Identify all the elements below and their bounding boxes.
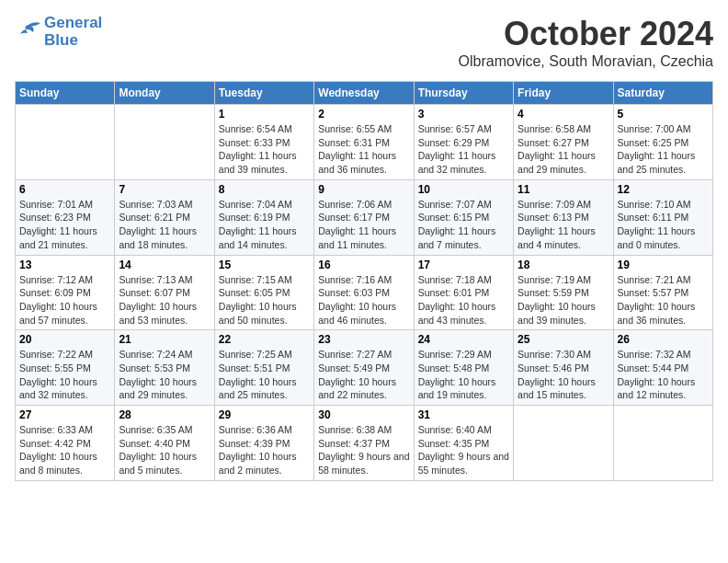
calendar-cell: 11Sunrise: 7:09 AM Sunset: 6:13 PM Dayli… bbox=[514, 179, 613, 255]
day-number: 24 bbox=[418, 333, 509, 346]
day-number: 30 bbox=[318, 408, 409, 421]
weekday-tuesday: Tuesday bbox=[214, 82, 313, 105]
calendar-cell: 25Sunrise: 7:30 AM Sunset: 5:46 PM Dayli… bbox=[514, 330, 613, 406]
day-number: 19 bbox=[618, 259, 709, 271]
weekday-monday: Monday bbox=[115, 82, 214, 105]
location-title: Olbramovice, South Moravian, Czechia bbox=[459, 53, 713, 70]
day-info: Sunrise: 7:19 AM Sunset: 5:59 PM Dayligh… bbox=[518, 273, 609, 327]
calendar-week-5: 27Sunrise: 6:33 AM Sunset: 4:42 PM Dayli… bbox=[16, 406, 713, 481]
day-number: 4 bbox=[518, 108, 609, 121]
day-info: Sunrise: 7:25 AM Sunset: 5:51 PM Dayligh… bbox=[219, 348, 310, 402]
calendar-week-2: 6Sunrise: 7:01 AM Sunset: 6:23 PM Daylig… bbox=[16, 179, 713, 255]
logo-blue: Blue bbox=[44, 32, 102, 50]
day-info: Sunrise: 7:21 AM Sunset: 5:57 PM Dayligh… bbox=[618, 273, 709, 327]
day-number: 13 bbox=[19, 259, 110, 271]
day-info: Sunrise: 7:07 AM Sunset: 6:15 PM Dayligh… bbox=[418, 198, 509, 252]
day-info: Sunrise: 7:06 AM Sunset: 6:17 PM Dayligh… bbox=[318, 198, 409, 252]
calendar-week-4: 20Sunrise: 7:22 AM Sunset: 5:55 PM Dayli… bbox=[16, 330, 713, 406]
calendar-cell: 21Sunrise: 7:24 AM Sunset: 5:53 PM Dayli… bbox=[115, 330, 214, 406]
calendar-cell: 23Sunrise: 7:27 AM Sunset: 5:49 PM Dayli… bbox=[314, 330, 414, 406]
calendar-table: SundayMondayTuesdayWednesdayThursdayFrid… bbox=[15, 81, 713, 481]
day-info: Sunrise: 6:57 AM Sunset: 6:29 PM Dayligh… bbox=[418, 122, 509, 177]
day-info: Sunrise: 7:10 AM Sunset: 6:11 PM Dayligh… bbox=[618, 198, 709, 252]
calendar-cell: 26Sunrise: 7:32 AM Sunset: 5:44 PM Dayli… bbox=[613, 330, 712, 406]
day-info: Sunrise: 6:33 AM Sunset: 4:42 PM Dayligh… bbox=[19, 423, 110, 477]
day-number: 15 bbox=[219, 259, 310, 271]
day-info: Sunrise: 6:40 AM Sunset: 4:35 PM Dayligh… bbox=[418, 423, 509, 477]
day-info: Sunrise: 7:00 AM Sunset: 6:25 PM Dayligh… bbox=[618, 122, 709, 177]
calendar-cell: 13Sunrise: 7:12 AM Sunset: 6:09 PM Dayli… bbox=[16, 255, 115, 330]
calendar-cell: 7Sunrise: 7:03 AM Sunset: 6:21 PM Daylig… bbox=[115, 179, 214, 255]
day-number: 10 bbox=[418, 183, 509, 196]
weekday-sunday: Sunday bbox=[16, 82, 115, 105]
calendar-week-3: 13Sunrise: 7:12 AM Sunset: 6:09 PM Dayli… bbox=[16, 255, 713, 330]
day-number: 31 bbox=[418, 408, 509, 421]
calendar-cell: 2Sunrise: 6:55 AM Sunset: 6:31 PM Daylig… bbox=[314, 105, 414, 180]
calendar-cell: 5Sunrise: 7:00 AM Sunset: 6:25 PM Daylig… bbox=[613, 105, 712, 180]
day-number: 27 bbox=[19, 408, 110, 421]
day-info: Sunrise: 6:35 AM Sunset: 4:40 PM Dayligh… bbox=[119, 423, 210, 477]
day-info: Sunrise: 7:13 AM Sunset: 6:07 PM Dayligh… bbox=[119, 273, 210, 327]
day-number: 22 bbox=[219, 333, 310, 346]
weekday-thursday: Thursday bbox=[414, 82, 513, 105]
day-number: 28 bbox=[119, 408, 210, 421]
calendar-week-1: 1Sunrise: 6:54 AM Sunset: 6:33 PM Daylig… bbox=[16, 105, 713, 180]
calendar-cell bbox=[514, 406, 613, 481]
calendar-cell: 10Sunrise: 7:07 AM Sunset: 6:15 PM Dayli… bbox=[414, 179, 513, 255]
calendar-cell: 15Sunrise: 7:15 AM Sunset: 6:05 PM Dayli… bbox=[214, 255, 313, 330]
day-number: 11 bbox=[518, 183, 609, 196]
calendar-cell: 31Sunrise: 6:40 AM Sunset: 4:35 PM Dayli… bbox=[414, 406, 513, 481]
day-number: 16 bbox=[318, 259, 409, 271]
calendar-cell: 14Sunrise: 7:13 AM Sunset: 6:07 PM Dayli… bbox=[115, 255, 214, 330]
day-info: Sunrise: 7:03 AM Sunset: 6:21 PM Dayligh… bbox=[119, 198, 210, 252]
weekday-header-row: SundayMondayTuesdayWednesdayThursdayFrid… bbox=[16, 82, 713, 105]
day-info: Sunrise: 6:54 AM Sunset: 6:33 PM Dayligh… bbox=[219, 122, 310, 177]
calendar-cell: 6Sunrise: 7:01 AM Sunset: 6:23 PM Daylig… bbox=[16, 179, 115, 255]
calendar-cell: 24Sunrise: 7:29 AM Sunset: 5:48 PM Dayli… bbox=[414, 330, 513, 406]
calendar-cell: 4Sunrise: 6:58 AM Sunset: 6:27 PM Daylig… bbox=[514, 105, 613, 180]
day-info: Sunrise: 6:55 AM Sunset: 6:31 PM Dayligh… bbox=[318, 122, 409, 177]
calendar-cell: 29Sunrise: 6:36 AM Sunset: 4:39 PM Dayli… bbox=[214, 406, 313, 481]
day-number: 2 bbox=[318, 108, 409, 121]
calendar-cell: 22Sunrise: 7:25 AM Sunset: 5:51 PM Dayli… bbox=[214, 330, 313, 406]
title-block: October 2024 Olbramovice, South Moravian… bbox=[459, 15, 713, 70]
calendar-cell: 12Sunrise: 7:10 AM Sunset: 6:11 PM Dayli… bbox=[613, 179, 712, 255]
day-number: 17 bbox=[418, 259, 509, 271]
day-info: Sunrise: 7:04 AM Sunset: 6:19 PM Dayligh… bbox=[219, 198, 310, 252]
day-info: Sunrise: 7:15 AM Sunset: 6:05 PM Dayligh… bbox=[219, 273, 310, 327]
calendar-cell: 1Sunrise: 6:54 AM Sunset: 6:33 PM Daylig… bbox=[214, 105, 313, 180]
weekday-wednesday: Wednesday bbox=[314, 82, 414, 105]
day-info: Sunrise: 7:30 AM Sunset: 5:46 PM Dayligh… bbox=[518, 348, 609, 402]
day-number: 7 bbox=[119, 183, 210, 196]
month-title: October 2024 bbox=[459, 15, 713, 53]
calendar-cell: 18Sunrise: 7:19 AM Sunset: 5:59 PM Dayli… bbox=[514, 255, 613, 330]
logo-bird-icon bbox=[15, 21, 42, 43]
weekday-saturday: Saturday bbox=[613, 82, 712, 105]
calendar-cell: 9Sunrise: 7:06 AM Sunset: 6:17 PM Daylig… bbox=[314, 179, 414, 255]
logo: General Blue bbox=[15, 15, 102, 49]
day-number: 5 bbox=[618, 108, 709, 121]
day-number: 18 bbox=[518, 259, 609, 271]
calendar-cell bbox=[115, 105, 214, 180]
day-info: Sunrise: 7:16 AM Sunset: 6:03 PM Dayligh… bbox=[318, 273, 409, 327]
calendar-cell: 16Sunrise: 7:16 AM Sunset: 6:03 PM Dayli… bbox=[314, 255, 414, 330]
calendar-cell: 3Sunrise: 6:57 AM Sunset: 6:29 PM Daylig… bbox=[414, 105, 513, 180]
day-info: Sunrise: 7:27 AM Sunset: 5:49 PM Dayligh… bbox=[318, 348, 409, 402]
day-number: 20 bbox=[19, 333, 110, 346]
day-number: 12 bbox=[618, 183, 709, 196]
weekday-friday: Friday bbox=[514, 82, 613, 105]
day-info: Sunrise: 7:01 AM Sunset: 6:23 PM Dayligh… bbox=[19, 198, 110, 252]
day-number: 8 bbox=[219, 183, 310, 196]
calendar-body: 1Sunrise: 6:54 AM Sunset: 6:33 PM Daylig… bbox=[16, 105, 713, 481]
logo-general: General bbox=[44, 14, 102, 31]
calendar-cell: 19Sunrise: 7:21 AM Sunset: 5:57 PM Dayli… bbox=[613, 255, 712, 330]
day-number: 14 bbox=[119, 259, 210, 271]
calendar-cell: 30Sunrise: 6:38 AM Sunset: 4:37 PM Dayli… bbox=[314, 406, 414, 481]
day-info: Sunrise: 7:29 AM Sunset: 5:48 PM Dayligh… bbox=[418, 348, 509, 402]
day-info: Sunrise: 7:18 AM Sunset: 6:01 PM Dayligh… bbox=[418, 273, 509, 327]
day-number: 29 bbox=[219, 408, 310, 421]
day-info: Sunrise: 7:12 AM Sunset: 6:09 PM Dayligh… bbox=[19, 273, 110, 327]
day-number: 26 bbox=[618, 333, 709, 346]
day-number: 1 bbox=[219, 108, 310, 121]
day-number: 21 bbox=[119, 333, 210, 346]
